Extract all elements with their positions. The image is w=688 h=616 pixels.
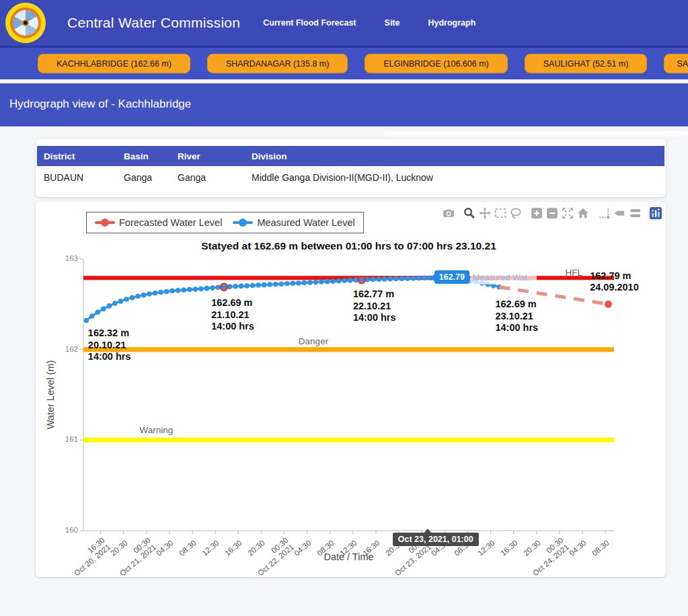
col-header-basin: Basin	[117, 146, 171, 166]
page-title: Hydrograph view of - Kachhlabridge	[0, 83, 688, 111]
y-tick-label: 161	[51, 435, 78, 443]
autoscale-icon[interactable]	[562, 207, 574, 219]
nav-link-site[interactable]: Site	[385, 18, 400, 28]
station-button-kachhlabridge[interactable]: KACHHLABRIDGE (162.66 m)	[38, 54, 190, 73]
chart-legend: Forecasted Water LevelMeasured Water Lev…	[86, 212, 364, 233]
station-button-elginbridge[interactable]: ELGINBRIDGE (106.606 m)	[365, 54, 507, 73]
chart-body: Forecasted Water LevelMeasured Water Lev…	[36, 202, 666, 577]
chart-annotation: 162.77 m 22.10.21 14:00 hrs	[353, 288, 396, 324]
plot-canvas[interactable]	[36, 202, 666, 577]
spike-lines-icon[interactable]	[598, 207, 610, 219]
legend-item-measured[interactable]: Measured Water Level	[233, 217, 354, 228]
col-header-river: River	[171, 146, 245, 166]
nav-link-hydrograph[interactable]: Hydrograph	[428, 18, 475, 28]
chart-annotation: 162.79 m 24.09.2010	[590, 270, 639, 294]
page-banner: Hydrograph view of - Kachhlabridge	[0, 83, 688, 126]
legend-swatch-icon	[95, 219, 115, 227]
plotly-modebar	[437, 207, 662, 219]
axis-tooltip-caret	[424, 529, 432, 533]
legend-swatch-icon	[233, 219, 253, 227]
station-button-saha[interactable]: SAHA	[664, 54, 688, 73]
station-info-table: District Basin River Division BUDAUN Gan…	[37, 146, 664, 189]
app-title: Central Water Commission	[67, 15, 240, 31]
hover-closest-icon[interactable]	[613, 207, 625, 219]
nav-link-current-flood-forecast[interactable]: Current Flood Forecast	[263, 18, 356, 28]
horizontal-scrollbar[interactable]	[383, 131, 688, 137]
y-tick-label: 160	[51, 526, 78, 534]
box-select-icon[interactable]	[494, 207, 506, 219]
tooltip-caret	[430, 274, 435, 282]
lasso-select-icon[interactable]	[510, 207, 522, 219]
cell-division: Middle Ganga Division-II(MGD-II), Luckno…	[245, 166, 664, 189]
top-navbar: Central Water Commission Current Flood F…	[0, 0, 688, 46]
chart-annotation: 162.69 m 23.10.21 14:00 hrs	[495, 299, 538, 334]
zoom-icon[interactable]	[463, 207, 475, 219]
chart-annotation: HFL	[565, 268, 582, 278]
hover-compare-icon[interactable]	[629, 207, 641, 219]
chart-annotation: 162.69 m 21.10.21 14:00 hrs	[211, 297, 254, 333]
station-button-saulighat[interactable]: SAULIGHAT (52.51 m)	[525, 54, 648, 73]
cell-basin: Ganga	[117, 166, 171, 189]
station-info-card: District Basin River Division BUDAUN Gan…	[36, 139, 666, 197]
legend-item-forecasted[interactable]: Forecasted Water Level	[95, 217, 222, 228]
station-button-shardanagar[interactable]: SHARDANAGAR (135.8 m)	[207, 54, 348, 73]
chart-annotation: 162.32 m 20.10.21 14:00 hrs	[88, 328, 131, 363]
nav-links: Current Flood Forecast Site Hydrograph	[263, 18, 475, 28]
cell-district: BUDAUN	[37, 166, 117, 189]
zoom-out-icon[interactable]	[546, 207, 558, 219]
reset-axes-icon[interactable]	[577, 207, 589, 219]
y-tick-label: 162	[51, 345, 78, 353]
pan-icon[interactable]	[479, 207, 491, 219]
hydrograph-chart-card: Forecasted Water LevelMeasured Water Lev…	[36, 202, 666, 577]
col-header-division: Division	[245, 146, 664, 166]
chart-title: Statyed at 162.69 m between 01:00 hrs to…	[83, 240, 614, 252]
x-axis-tooltip: Oct 23, 2021, 01:00	[393, 533, 479, 546]
forecast-end-marker	[605, 301, 612, 308]
station-strip: KACHHLABRIDGE (162.66 m) SHARDANAGAR (13…	[0, 46, 688, 79]
cwc-logo-icon	[5, 3, 46, 43]
cell-river: Ganga	[171, 166, 245, 189]
chart-annotation: Warning	[140, 425, 174, 435]
table-header-row: District Basin River Division	[37, 146, 664, 166]
chart-annotation: Danger	[299, 336, 328, 346]
zoom-in-icon[interactable]	[531, 207, 543, 219]
col-header-district: District	[37, 146, 117, 166]
point-tooltip: 162.79	[434, 270, 469, 284]
hover-series-label: Measured Wat...	[470, 271, 537, 284]
y-tick-label: 163	[51, 254, 78, 262]
plotly-logo-icon[interactable]	[650, 207, 662, 219]
camera-icon[interactable]	[443, 207, 455, 219]
table-row: BUDAUN Ganga Ganga Middle Ganga Division…	[37, 166, 664, 189]
